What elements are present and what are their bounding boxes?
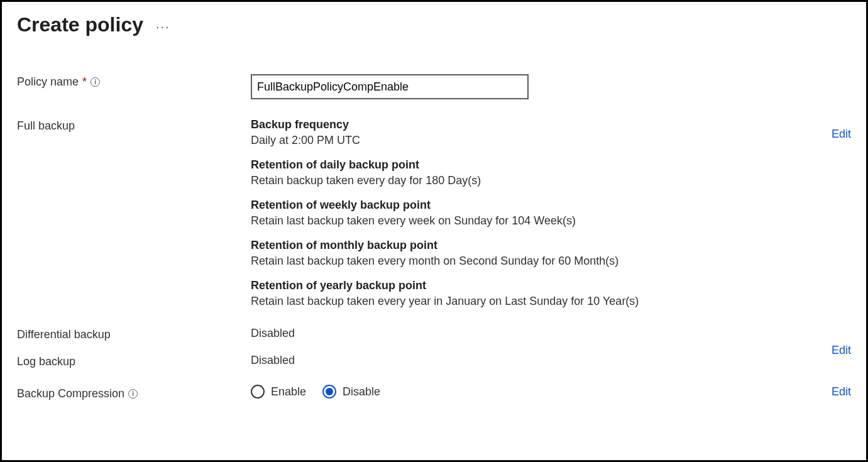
retention-weekly-value: Retain last backup taken every week on S… <box>251 214 851 228</box>
info-icon[interactable]: i <box>91 77 100 87</box>
retention-yearly-block: Retention of yearly backup point Retain … <box>251 279 851 308</box>
info-icon[interactable]: i <box>128 389 138 399</box>
required-star-icon: * <box>82 75 87 89</box>
policy-name-value-col <box>251 74 851 99</box>
more-actions-icon[interactable]: ··· <box>156 16 170 34</box>
radio-circle-selected-icon <box>322 385 336 399</box>
retention-daily-label: Retention of daily backup point <box>251 158 851 172</box>
compression-disable-label: Disable <box>343 385 380 399</box>
compression-enable-label: Enable <box>271 385 306 399</box>
backup-frequency-value: Daily at 2:00 PM UTC <box>251 134 851 147</box>
title-row: Create policy ··· <box>17 13 851 36</box>
retention-weekly-block: Retention of weekly backup point Retain … <box>251 199 851 228</box>
backup-frequency-label: Backup frequency <box>251 118 851 131</box>
differential-backup-label: Differential backup <box>17 327 251 341</box>
policy-name-label-text: Policy name <box>17 75 79 89</box>
radio-inner-dot-icon <box>326 388 333 395</box>
log-backup-value-col: Disabled <box>251 354 851 367</box>
log-backup-value: Disabled <box>251 354 851 367</box>
compression-radio-group: Enable Disable <box>251 381 851 399</box>
retention-weekly-label: Retention of weekly backup point <box>251 199 851 212</box>
backup-compression-value-col: Enable Disable <box>251 381 851 399</box>
differential-backup-value: Disabled <box>251 327 851 340</box>
policy-name-row: Policy name * i <box>17 74 851 99</box>
edit-differential-backup-link[interactable]: Edit <box>832 344 851 357</box>
full-backup-label: Full backup <box>17 118 251 133</box>
retention-monthly-label: Retention of monthly backup point <box>251 239 851 252</box>
compression-enable-radio[interactable]: Enable <box>251 385 306 399</box>
create-policy-page: Create policy ··· Policy name * i Edit F… <box>0 0 868 462</box>
log-backup-row: Log backup Disabled <box>17 354 851 368</box>
retention-monthly-block: Retention of monthly backup point Retain… <box>251 239 851 268</box>
retention-daily-block: Retention of daily backup point Retain b… <box>251 158 851 187</box>
compression-disable-radio[interactable]: Disable <box>322 385 380 399</box>
backup-compression-row: Backup Compression i Enable Disable <box>17 381 851 400</box>
backup-compression-label-text: Backup Compression <box>17 387 124 400</box>
policy-name-label: Policy name * i <box>17 74 251 89</box>
edit-log-backup-link[interactable]: Edit <box>832 385 851 399</box>
page-title: Create policy <box>17 13 143 36</box>
backup-compression-label: Backup Compression i <box>17 381 251 400</box>
policy-name-input[interactable] <box>251 74 529 99</box>
radio-circle-icon <box>251 385 265 399</box>
retention-daily-value: Retain backup taken every day for 180 Da… <box>251 174 851 187</box>
log-backup-label: Log backup <box>17 354 251 368</box>
retention-yearly-label: Retention of yearly backup point <box>251 279 851 292</box>
backup-frequency-block: Backup frequency Daily at 2:00 PM UTC <box>251 118 851 147</box>
edit-full-backup-link[interactable]: Edit <box>832 128 851 141</box>
differential-backup-row: Differential backup Disabled <box>17 327 851 341</box>
full-backup-value-col: Backup frequency Daily at 2:00 PM UTC Re… <box>251 118 851 308</box>
retention-yearly-value: Retain last backup taken every year in J… <box>251 295 851 308</box>
full-backup-row: Full backup Backup frequency Daily at 2:… <box>17 118 851 308</box>
differential-backup-value-col: Disabled <box>251 327 851 340</box>
retention-monthly-value: Retain last backup taken every month on … <box>251 255 851 268</box>
